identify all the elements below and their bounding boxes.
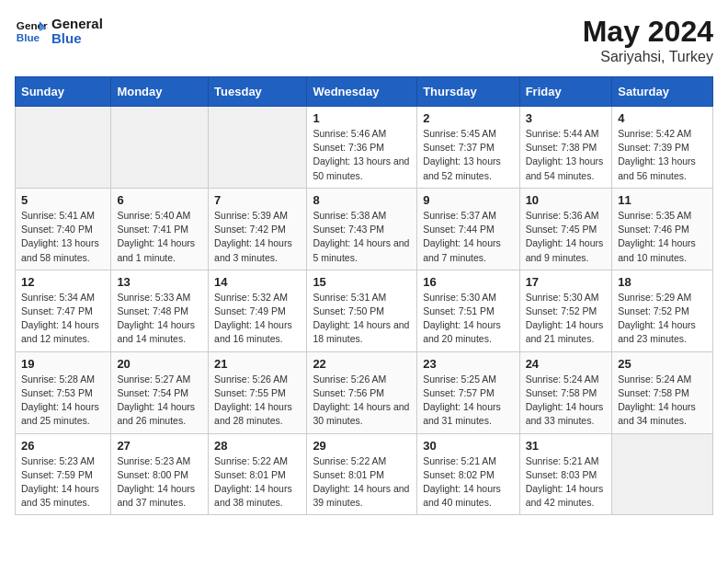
calendar-cell: 11Sunrise: 5:35 AM Sunset: 7:46 PM Dayli… xyxy=(612,188,713,270)
calendar-cell: 15Sunrise: 5:31 AM Sunset: 7:50 PM Dayli… xyxy=(307,270,417,351)
logo-general: General xyxy=(51,17,103,32)
calendar-cell: 22Sunrise: 5:26 AM Sunset: 7:56 PM Dayli… xyxy=(307,351,417,433)
cell-content: Sunrise: 5:28 AM Sunset: 7:53 PM Dayligh… xyxy=(21,373,105,429)
weekday-header-friday: Friday xyxy=(519,77,612,107)
cell-content: Sunrise: 5:36 AM Sunset: 7:45 PM Dayligh… xyxy=(526,209,607,265)
day-number: 7 xyxy=(214,193,301,207)
cell-content: Sunrise: 5:39 AM Sunset: 7:42 PM Dayligh… xyxy=(214,209,301,265)
cell-content: Sunrise: 5:27 AM Sunset: 7:54 PM Dayligh… xyxy=(117,373,202,429)
day-number: 31 xyxy=(526,439,607,453)
cell-content: Sunrise: 5:23 AM Sunset: 7:59 PM Dayligh… xyxy=(21,454,105,511)
calendar-cell: 4Sunrise: 5:42 AM Sunset: 7:39 PM Daylig… xyxy=(612,107,713,189)
day-number: 19 xyxy=(21,357,105,371)
calendar-week-row: 5Sunrise: 5:41 AM Sunset: 7:40 PM Daylig… xyxy=(16,188,713,270)
cell-content: Sunrise: 5:37 AM Sunset: 7:44 PM Dayligh… xyxy=(423,209,513,265)
calendar-cell: 19Sunrise: 5:28 AM Sunset: 7:53 PM Dayli… xyxy=(16,351,111,433)
calendar-cell xyxy=(612,433,713,515)
calendar-cell xyxy=(209,107,307,189)
day-number: 8 xyxy=(313,193,411,207)
calendar-cell: 24Sunrise: 5:24 AM Sunset: 7:58 PM Dayli… xyxy=(519,351,612,433)
day-number: 4 xyxy=(618,111,707,125)
cell-content: Sunrise: 5:31 AM Sunset: 7:50 PM Dayligh… xyxy=(313,291,411,347)
logo: General Blue General Blue xyxy=(15,15,103,48)
calendar-cell: 27Sunrise: 5:23 AM Sunset: 8:00 PM Dayli… xyxy=(111,433,209,515)
cell-content: Sunrise: 5:24 AM Sunset: 7:58 PM Dayligh… xyxy=(526,373,607,429)
calendar-cell: 5Sunrise: 5:41 AM Sunset: 7:40 PM Daylig… xyxy=(16,188,111,270)
cell-content: Sunrise: 5:26 AM Sunset: 7:56 PM Dayligh… xyxy=(313,373,411,429)
calendar-cell: 6Sunrise: 5:40 AM Sunset: 7:41 PM Daylig… xyxy=(111,188,209,270)
cell-content: Sunrise: 5:26 AM Sunset: 7:55 PM Dayligh… xyxy=(214,373,301,429)
day-number: 12 xyxy=(21,275,105,289)
cell-content: Sunrise: 5:40 AM Sunset: 7:41 PM Dayligh… xyxy=(117,209,202,265)
weekday-header-sunday: Sunday xyxy=(16,77,111,107)
calendar-cell: 13Sunrise: 5:33 AM Sunset: 7:48 PM Dayli… xyxy=(111,270,209,351)
location-subtitle: Sariyahsi, Turkey xyxy=(583,49,713,65)
calendar-cell xyxy=(111,107,209,189)
cell-content: Sunrise: 5:44 AM Sunset: 7:38 PM Dayligh… xyxy=(526,127,607,183)
calendar-cell: 18Sunrise: 5:29 AM Sunset: 7:52 PM Dayli… xyxy=(612,270,713,351)
day-number: 28 xyxy=(214,439,301,453)
cell-content: Sunrise: 5:33 AM Sunset: 7:48 PM Dayligh… xyxy=(117,291,202,347)
logo-blue: Blue xyxy=(51,31,103,47)
cell-content: Sunrise: 5:30 AM Sunset: 7:51 PM Dayligh… xyxy=(423,291,513,347)
calendar-week-row: 12Sunrise: 5:34 AM Sunset: 7:47 PM Dayli… xyxy=(16,270,713,351)
cell-content: Sunrise: 5:23 AM Sunset: 8:00 PM Dayligh… xyxy=(117,454,202,511)
day-number: 9 xyxy=(423,193,513,207)
weekday-header-tuesday: Tuesday xyxy=(209,77,307,107)
calendar-cell: 29Sunrise: 5:22 AM Sunset: 8:01 PM Dayli… xyxy=(307,433,417,515)
day-number: 27 xyxy=(117,439,202,453)
day-number: 24 xyxy=(526,357,607,371)
day-number: 25 xyxy=(618,357,707,371)
logo-icon: General Blue xyxy=(15,15,48,48)
calendar-cell xyxy=(16,107,111,189)
month-year-title: May 2024 xyxy=(583,15,713,49)
calendar-cell: 25Sunrise: 5:24 AM Sunset: 7:58 PM Dayli… xyxy=(612,351,713,433)
day-number: 6 xyxy=(117,193,202,207)
calendar-cell: 3Sunrise: 5:44 AM Sunset: 7:38 PM Daylig… xyxy=(519,107,612,189)
day-number: 15 xyxy=(313,275,411,289)
weekday-header-thursday: Thursday xyxy=(417,77,519,107)
calendar-week-row: 26Sunrise: 5:23 AM Sunset: 7:59 PM Dayli… xyxy=(16,433,713,515)
weekday-header-monday: Monday xyxy=(111,77,209,107)
cell-content: Sunrise: 5:22 AM Sunset: 8:01 PM Dayligh… xyxy=(214,454,301,511)
title-block: May 2024 Sariyahsi, Turkey xyxy=(583,15,713,65)
calendar-cell: 14Sunrise: 5:32 AM Sunset: 7:49 PM Dayli… xyxy=(209,270,307,351)
calendar-cell: 8Sunrise: 5:38 AM Sunset: 7:43 PM Daylig… xyxy=(307,188,417,270)
day-number: 14 xyxy=(214,275,301,289)
day-number: 17 xyxy=(526,275,607,289)
cell-content: Sunrise: 5:41 AM Sunset: 7:40 PM Dayligh… xyxy=(21,209,105,265)
calendar-cell: 7Sunrise: 5:39 AM Sunset: 7:42 PM Daylig… xyxy=(209,188,307,270)
day-number: 16 xyxy=(423,275,513,289)
cell-content: Sunrise: 5:30 AM Sunset: 7:52 PM Dayligh… xyxy=(526,291,607,347)
calendar-cell: 31Sunrise: 5:21 AM Sunset: 8:03 PM Dayli… xyxy=(519,433,612,515)
calendar-cell: 1Sunrise: 5:46 AM Sunset: 7:36 PM Daylig… xyxy=(307,107,417,189)
day-number: 1 xyxy=(313,111,411,125)
day-number: 29 xyxy=(313,439,411,453)
cell-content: Sunrise: 5:45 AM Sunset: 7:37 PM Dayligh… xyxy=(423,127,513,183)
calendar-cell: 30Sunrise: 5:21 AM Sunset: 8:02 PM Dayli… xyxy=(417,433,519,515)
calendar-cell: 28Sunrise: 5:22 AM Sunset: 8:01 PM Dayli… xyxy=(209,433,307,515)
weekday-header-wednesday: Wednesday xyxy=(307,77,417,107)
cell-content: Sunrise: 5:25 AM Sunset: 7:57 PM Dayligh… xyxy=(423,373,513,429)
day-number: 3 xyxy=(526,111,607,125)
day-number: 18 xyxy=(618,275,707,289)
weekday-header-row: SundayMondayTuesdayWednesdayThursdayFrid… xyxy=(16,77,713,107)
calendar-cell: 23Sunrise: 5:25 AM Sunset: 7:57 PM Dayli… xyxy=(417,351,519,433)
cell-content: Sunrise: 5:24 AM Sunset: 7:58 PM Dayligh… xyxy=(618,373,707,429)
cell-content: Sunrise: 5:21 AM Sunset: 8:02 PM Dayligh… xyxy=(423,454,513,511)
weekday-header-saturday: Saturday xyxy=(612,77,713,107)
svg-text:Blue: Blue xyxy=(17,31,40,43)
calendar-cell: 26Sunrise: 5:23 AM Sunset: 7:59 PM Dayli… xyxy=(16,433,111,515)
page-header: General Blue General Blue May 2024 Sariy… xyxy=(15,15,713,65)
cell-content: Sunrise: 5:42 AM Sunset: 7:39 PM Dayligh… xyxy=(618,127,707,183)
cell-content: Sunrise: 5:22 AM Sunset: 8:01 PM Dayligh… xyxy=(313,454,411,511)
cell-content: Sunrise: 5:35 AM Sunset: 7:46 PM Dayligh… xyxy=(618,209,707,265)
cell-content: Sunrise: 5:32 AM Sunset: 7:49 PM Dayligh… xyxy=(214,291,301,347)
calendar-cell: 16Sunrise: 5:30 AM Sunset: 7:51 PM Dayli… xyxy=(417,270,519,351)
day-number: 26 xyxy=(21,439,105,453)
day-number: 21 xyxy=(214,357,301,371)
cell-content: Sunrise: 5:29 AM Sunset: 7:52 PM Dayligh… xyxy=(618,291,707,347)
calendar-cell: 10Sunrise: 5:36 AM Sunset: 7:45 PM Dayli… xyxy=(519,188,612,270)
day-number: 20 xyxy=(117,357,202,371)
cell-content: Sunrise: 5:38 AM Sunset: 7:43 PM Dayligh… xyxy=(313,209,411,265)
